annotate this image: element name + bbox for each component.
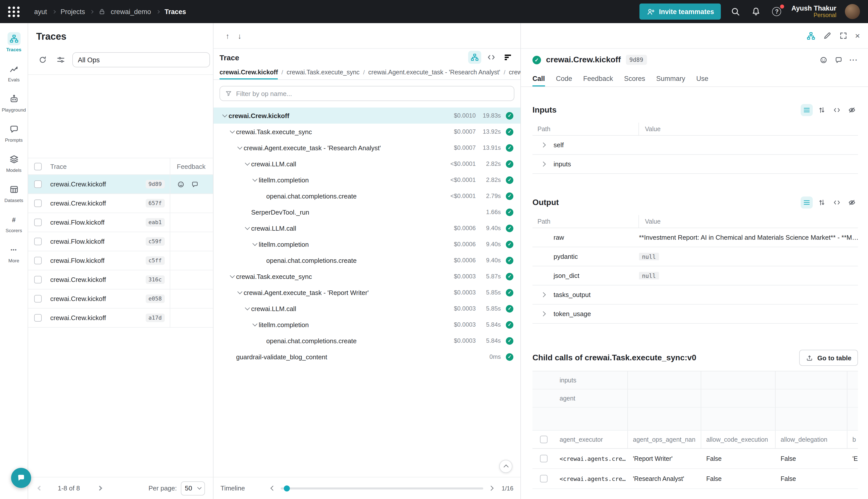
scroll-to-top-button[interactable] xyxy=(499,460,512,473)
flame-graph-icon[interactable] xyxy=(501,51,514,64)
expand-rows-icon[interactable] xyxy=(816,196,828,208)
collapse-caret-icon[interactable] xyxy=(228,131,236,133)
avatar[interactable] xyxy=(845,4,860,19)
output-row[interactable]: raw **Investment Report: AI in Chemical … xyxy=(532,228,858,247)
row-checkbox[interactable] xyxy=(34,257,42,264)
expand-caret-icon[interactable] xyxy=(542,162,554,166)
expand-caret-icon[interactable] xyxy=(542,143,554,147)
tree-row[interactable]: crewai.Agent.execute_task - 'Report Writ… xyxy=(213,284,520,301)
go-to-table-button[interactable]: Go to table xyxy=(799,350,858,366)
notifications-bell-icon[interactable] xyxy=(750,5,762,17)
add-reaction-icon[interactable] xyxy=(177,180,185,188)
collapse-caret-icon[interactable] xyxy=(243,307,251,309)
op-name-filter-input[interactable] xyxy=(236,90,509,97)
support-chat-button[interactable] xyxy=(11,468,31,488)
overflow-menu-icon[interactable]: ··· xyxy=(850,56,858,64)
collapse-caret-icon[interactable] xyxy=(251,324,259,326)
trace-crumb[interactable]: crewai.Task.execute_sync xyxy=(287,65,359,80)
row-checkbox[interactable] xyxy=(540,475,547,483)
output-row[interactable]: json_dict null xyxy=(532,266,858,285)
invite-teammates-button[interactable]: Invite teammates xyxy=(640,3,721,20)
trace-list-row[interactable]: crewai.Crew.kickoff a17d xyxy=(28,308,213,328)
account-menu[interactable]: Ayush Thakur Personal xyxy=(791,4,836,19)
comment-icon[interactable] xyxy=(191,180,199,188)
table-view-icon[interactable] xyxy=(801,104,813,116)
trace-list-row[interactable]: crewai.Crew.kickoff 657f xyxy=(28,194,213,213)
call-id-badge[interactable]: 9d89 xyxy=(626,55,647,65)
tab-call[interactable]: Call xyxy=(532,71,545,86)
row-checkbox[interactable] xyxy=(34,276,42,283)
tree-row[interactable]: crewai.Task.execute_sync $0.0007 13.92s … xyxy=(213,124,520,140)
trace-list-row[interactable]: crewai.Flow.kickoff c59f xyxy=(28,232,213,251)
collapse-caret-icon[interactable] xyxy=(236,147,244,149)
output-row[interactable]: tasks_output xyxy=(532,285,858,305)
tree-row[interactable]: SerperDevTool._run 1.66s ✓ xyxy=(213,204,520,220)
tree-row[interactable]: litellm.completion $0.0003 5.84s ✓ xyxy=(213,317,520,333)
timeline-slider-handle[interactable] xyxy=(284,485,289,491)
breadcrumb-project[interactable]: crewai_demo xyxy=(111,8,151,15)
collapse-caret-icon[interactable] xyxy=(221,114,228,117)
sidebar-item-scorers[interactable]: # Scorers xyxy=(0,208,28,238)
timeline-next-icon[interactable] xyxy=(488,486,493,491)
collapse-caret-icon[interactable] xyxy=(243,163,251,165)
trace-layout-icon[interactable] xyxy=(806,31,816,40)
trace-crumb[interactable]: crewai.Crew.kickoff xyxy=(220,65,278,80)
tree-row[interactable]: crewai.Crew.kickoff $0.0010 19.83s ✓ xyxy=(213,108,520,124)
trace-list-row[interactable]: crewai.Crew.kickoff 9d89 xyxy=(28,175,213,194)
refresh-icon[interactable] xyxy=(36,53,49,66)
row-checkbox[interactable] xyxy=(34,314,42,321)
hide-values-icon[interactable] xyxy=(846,104,858,116)
input-row[interactable]: inputs xyxy=(532,155,858,174)
wandb-logo[interactable] xyxy=(8,6,20,17)
comment-icon[interactable] xyxy=(834,56,843,64)
sidebar-item-prompts[interactable]: Prompts xyxy=(0,118,28,148)
row-checkbox[interactable] xyxy=(540,455,547,462)
select-all-checkbox[interactable] xyxy=(540,436,547,443)
tab-scores[interactable]: Scores xyxy=(624,71,645,86)
tree-row[interactable]: crewai.LLM.call <$0.0001 2.82s ✓ xyxy=(213,156,520,172)
breadcrumb-projects[interactable]: Projects xyxy=(61,8,85,15)
tree-row[interactable]: openai.chat.completions.create $0.0006 9… xyxy=(213,252,520,268)
per-page-select[interactable]: 50 xyxy=(181,481,205,495)
add-reaction-icon[interactable] xyxy=(819,56,828,64)
tree-view-icon[interactable] xyxy=(468,51,481,64)
tree-row[interactable]: litellm.completion $0.0006 9.40s ✓ xyxy=(213,236,520,252)
sidebar-item-playground[interactable]: Playground xyxy=(0,87,28,118)
sidebar-item-traces[interactable]: Traces xyxy=(0,27,28,57)
trace-crumb[interactable]: crewai.LLM.cal xyxy=(509,65,520,80)
tab-summary[interactable]: Summary xyxy=(656,71,685,86)
tab-code[interactable]: Code xyxy=(556,71,572,86)
tree-row[interactable]: guardrail-validate_blog_content 0ms ✓ xyxy=(213,349,520,365)
sidebar-item-datasets[interactable]: Datasets xyxy=(0,178,28,208)
tab-feedback[interactable]: Feedback xyxy=(583,71,613,86)
collapse-caret-icon[interactable] xyxy=(228,276,236,277)
select-all-checkbox[interactable] xyxy=(34,162,42,170)
child-call-row[interactable]: <crewai.agents.cre… 'Research Analyst' F… xyxy=(532,469,858,489)
column-header[interactable]: b xyxy=(847,431,868,448)
row-checkbox[interactable] xyxy=(34,238,42,245)
trace-list-row[interactable]: crewai.Crew.kickoff 316c xyxy=(28,270,213,290)
collapse-caret-icon[interactable] xyxy=(236,291,244,293)
row-checkbox[interactable] xyxy=(34,295,42,303)
prev-page-icon[interactable] xyxy=(37,486,42,491)
column-header[interactable]: agent_ops_agent_nan xyxy=(628,431,701,448)
search-icon[interactable] xyxy=(730,5,742,17)
close-icon[interactable]: × xyxy=(855,32,860,40)
sidebar-item-more[interactable]: ••• More xyxy=(0,238,28,268)
row-checkbox[interactable] xyxy=(34,180,42,188)
column-header[interactable]: allow_delegation xyxy=(776,431,847,448)
tree-row[interactable]: openai.chat.completions.create <$0.0001 … xyxy=(213,188,520,204)
timeline-slider[interactable] xyxy=(281,487,483,489)
code-view-icon[interactable] xyxy=(485,51,498,64)
column-header[interactable]: agent_executor xyxy=(555,431,628,448)
ops-filter-select[interactable]: All Ops xyxy=(72,52,210,67)
hide-values-icon[interactable] xyxy=(846,196,858,208)
tab-use[interactable]: Use xyxy=(696,71,708,86)
trace-crumb[interactable]: crewai.Agent.execute_task - 'Research An… xyxy=(368,65,500,80)
sidebar-item-models[interactable]: Models xyxy=(0,148,28,178)
tree-row[interactable]: crewai.LLM.call $0.0003 5.85s ✓ xyxy=(213,301,520,317)
collapse-caret-icon[interactable] xyxy=(251,179,259,181)
tree-row[interactable]: crewai.Agent.execute_task - 'Research An… xyxy=(213,140,520,156)
expand-caret-icon[interactable] xyxy=(542,312,554,316)
help-icon[interactable]: ? xyxy=(771,5,783,17)
